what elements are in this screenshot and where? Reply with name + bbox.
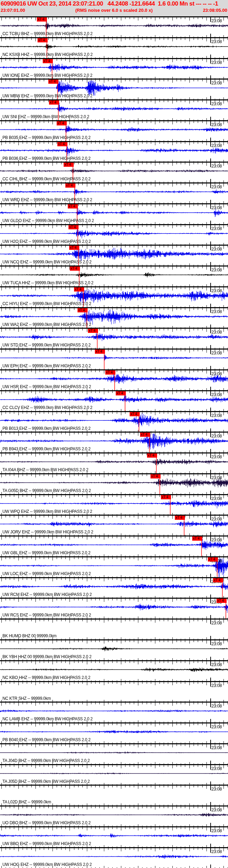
pick-flag[interactable]: xT 4: [95, 350, 105, 354]
trace-row[interactable]: 23:08UW STD EHZ -- 99999.0km BW HIGHPASS…: [0, 328, 228, 349]
pick-flag[interactable]: xT 4: [68, 225, 79, 229]
trace-list: 23:08CC TCBU BHZ -- 99999.0km BW HIGHPAS…: [0, 16, 228, 868]
trace-row[interactable]: 23:08CC CLCV EHZ -- 99999.0km BW HIGHPAS…: [0, 390, 228, 411]
trace-row[interactable]: 23:08NC KTR SHZ -- 99999.0km: [0, 681, 228, 702]
pick-flag[interactable]: xT 4: [217, 599, 227, 603]
trace-row[interactable]: 23:08UW H2O EHZ -- 99999.0km BW HIGHPASS…: [0, 224, 228, 245]
trace-label: UW RCM EHZ -- 99999.0km BW HIGHPASS 2.0 …: [2, 592, 92, 597]
trace-row[interactable]: 23:08BK HUMO BHZ 00 99999.0km: [0, 619, 228, 639]
pick-flag[interactable]: xT 4: [57, 142, 67, 146]
trace-row[interactable]: 23:08UW EPH EHZ -- 99999.0km BW HIGHPASS…: [0, 349, 228, 369]
pick-flag[interactable]: xT 4: [74, 287, 84, 292]
trace-row[interactable]: 23:08UW TUCA HHZ -- 99999.0km BW HIGHPAS…: [0, 265, 228, 286]
pick-flag[interactable]: xT 4: [161, 495, 171, 499]
pick-flag[interactable]: xT 4: [213, 578, 223, 582]
trace-label: UW MBW EHZ -- 99999.0km BW HIGHPASS 2.0 …: [2, 93, 92, 98]
trace-row[interactable]: 23:08UW MBW EHZ -- 99999.0km BW HIGHPASS…: [0, 79, 228, 99]
pick-flag[interactable]: xT 4: [48, 80, 58, 84]
trace-row[interactable]: 23:08UO DBO BHZ -- 99999.0km BW HIGHPASS…: [0, 805, 228, 826]
trace-row[interactable]: 23:08TA J04D BHZ -- 99999.0km BW HIGHPAS…: [0, 743, 228, 764]
minute-timestamp: 23:08: [211, 309, 222, 314]
trace-row[interactable]: 23:08UW RCM EHZ -- 99999.0km BW HIGHPASS…: [0, 577, 228, 598]
trace-row[interactable]: 23:08UW IONE EHZ -- 99999.0km BW HIGHPAS…: [0, 58, 228, 79]
pick-flag[interactable]: xT 4: [65, 183, 75, 188]
pick-flag[interactable]: xT 4: [78, 308, 88, 312]
pick-flag[interactable]: xT 4: [150, 474, 161, 478]
minute-timestamp: 23:08: [211, 516, 222, 522]
trace-label: UW NCO EHZ -- 99999.0km BW HIGHPASS 2.0 …: [2, 260, 91, 264]
minute-timestamp: 23:08: [211, 80, 222, 85]
trace-label: NC LAMB EHZ -- 99999.0km BW HIGHPASS 2.0…: [2, 716, 92, 721]
trace-row[interactable]: 23:08UW LOC EHZ -- 99999.0km BW HIGHPASS…: [0, 556, 228, 577]
minute-timestamp: 23:08: [211, 537, 222, 542]
minute-timestamp: 23:08: [211, 662, 222, 667]
trace-row[interactable]: 23:08UW NCO EHZ -- 99999.0km BW HIGHPASS…: [0, 245, 228, 265]
minute-timestamp: 23:08: [211, 226, 222, 231]
trace-row[interactable]: 23:08UW WPO EHZ -- 99999.0km BW HIGHPASS…: [0, 494, 228, 515]
trace-row[interactable]: 23:08UW GBL EHZ -- 99999.0km BW HIGHPASS…: [0, 535, 228, 556]
trace-row[interactable]: 23:08BK YBH HHZ 00 99999.0km BW HIGHPASS…: [0, 639, 228, 660]
pick-flag[interactable]: xT 4: [38, 38, 48, 42]
trace-row[interactable]: 23:08CC CIHL BHZ -- 99999.0km BW HIGHPAS…: [0, 162, 228, 182]
trace-label: UW IONE EHZ -- 99999.0km BW HIGHPASS 2.0…: [2, 73, 92, 78]
trace-row[interactable]: 23:08NC LAMB EHZ -- 99999.0km BW HIGHPAS…: [0, 702, 228, 722]
pick-flag[interactable]: xT 4: [49, 100, 59, 105]
pick-flag[interactable]: xT 4: [175, 516, 185, 520]
pick-flag[interactable]: xT 4: [43, 59, 53, 63]
trace-row[interactable]: 23:08NC KBO HHZ -- 99999.0km BW HIGHPASS…: [0, 660, 228, 681]
trace-label: UW LOC EHZ -- 99999.0km BW HIGHPASS 2.0 …: [2, 571, 91, 576]
trace-row[interactable]: 23:08UW RCS EHZ -- 99999.0km BW HIGHPASS…: [0, 598, 228, 619]
trace-label: NC KBO HHZ -- 99999.0km BW HIGHPASS 2.0 …: [2, 675, 90, 680]
trace-label: UW EPH EHZ -- 99999.0km BW HIGHPASS 2.0 …: [2, 363, 91, 368]
trace-label: UW STD EHZ -- 99999.0km BW HIGHPASS 2.0 …: [2, 343, 91, 347]
trace-row[interactable]: 23:08TA G05D BHZ -- 99999.0km BW HIGHPAS…: [0, 473, 228, 494]
trace-row[interactable]: 23:08PB B943 EHZ -- 99999.0km BW HIGHPAS…: [0, 432, 228, 452]
trace-row[interactable]: 23:08CC TCBU BHZ -- 99999.0km BW HIGHPAS…: [0, 16, 228, 37]
pick-flag[interactable]: xT 4: [116, 391, 126, 395]
trace-row[interactable]: 23:08UW GLDO EHZ -- 99999.0km BW HIGHPAS…: [0, 203, 228, 224]
pick-flag[interactable]: xT 4: [70, 267, 80, 271]
trace-row[interactable]: 23:08TA L02D BHZ -- 99999.0km: [0, 785, 228, 805]
trace-row[interactable]: 23:08PB B036 EHZ -- 99999.0km BW HIGHPAS…: [0, 141, 228, 162]
pick-flag[interactable]: xT 4: [37, 17, 47, 22]
trace-row[interactable]: 23:08UW BBO EHZ -- 99999.0km BW HIGHPASS…: [0, 826, 228, 847]
minute-timestamp: 23:08: [211, 745, 222, 750]
minute-timestamp: 23:08: [211, 350, 222, 355]
trace-row[interactable]: 23:08UW WRD EHZ -- 99999.0km BW HIGHPASS…: [0, 182, 228, 203]
trace-row[interactable]: 23:08UW JORV EHZ -- 99999.0km BW HIGHPAS…: [0, 515, 228, 535]
trace-row[interactable]: 23:08UW HOG EHZ -- 99999.0km BW HIGHPASS…: [0, 847, 228, 868]
trace-row[interactable]: 23:08PB B013 EHZ -- 99999.0km BW HIGHPAS…: [0, 411, 228, 432]
trace-row[interactable]: 23:08PB B040 EHZ -- 99999.0km BW HIGHPAS…: [0, 722, 228, 743]
trace-row[interactable]: 23:08NC KSXB HHZ -- 99999.0km BW HIGHPAS…: [0, 37, 228, 58]
pick-flag[interactable]: xT 4: [147, 453, 157, 458]
pick-flag[interactable]: xT 4: [130, 412, 140, 416]
minute-timestamp: 23:08: [211, 786, 222, 792]
minute-timestamp: 23:08: [211, 475, 222, 480]
window-end-time: 23:08:05.00: [203, 8, 227, 13]
pick-flag[interactable]: xT 4: [57, 121, 67, 125]
trace-row[interactable]: 23:08TA I04A BHZ -- 99999.0km BW HIGHPAS…: [0, 452, 228, 473]
pick-flag[interactable]: xT 4: [105, 370, 115, 375]
minute-timestamp: 23:08: [211, 683, 222, 688]
pick-flag[interactable]: xT 4: [140, 433, 150, 437]
trace-row[interactable]: 23:08PB B035 EHZ -- 99999.0km BW HIGHPAS…: [0, 120, 228, 141]
trace-row[interactable]: 23:08UW SNI EHZ -- 99999.0km BW HIGHPASS…: [0, 99, 228, 120]
trace-row[interactable]: 23:08UW WA2 EHZ -- 99999.0km BW HIGHPASS…: [0, 307, 228, 328]
trace-row[interactable]: 23:08CC HIYU EHZ -- 99999.0km BW HIGHPAS…: [0, 286, 228, 307]
minute-timestamp: 23:08: [211, 18, 222, 23]
trace-label: BK HUMO BHZ 00 99999.0km: [2, 633, 57, 638]
pick-flag[interactable]: xT 4: [192, 537, 202, 541]
pick-flag[interactable]: xT 4: [64, 163, 74, 167]
pick-flag[interactable]: xT 4: [68, 204, 78, 208]
window-start-time: 23:07:01.00: [1, 8, 25, 13]
pick-flag[interactable]: xT 4: [208, 557, 218, 562]
minute-timestamp: 23:08: [211, 496, 222, 501]
trace-row[interactable]: 23:08TA J05D BHZ -- 99999.0km BW HIGHPAS…: [0, 764, 228, 785]
pick-flag[interactable]: xT 4: [88, 329, 98, 333]
trace-label: NC KTR SHZ -- 99999.0km: [2, 696, 51, 701]
trace-label: CC CLCV EHZ -- 99999.0km BW HIGHPASS 2.0…: [2, 405, 92, 410]
pick-flag[interactable]: xT 4: [69, 246, 79, 250]
scaling-note: (RMS noise over 6.0 s scaled 20.0 x): [25, 8, 203, 13]
trace-row[interactable]: 23:08UW HSR EHZ -- 99999.0km BW HIGHPASS…: [0, 369, 228, 390]
minute-timestamp: 23:08: [211, 392, 222, 397]
